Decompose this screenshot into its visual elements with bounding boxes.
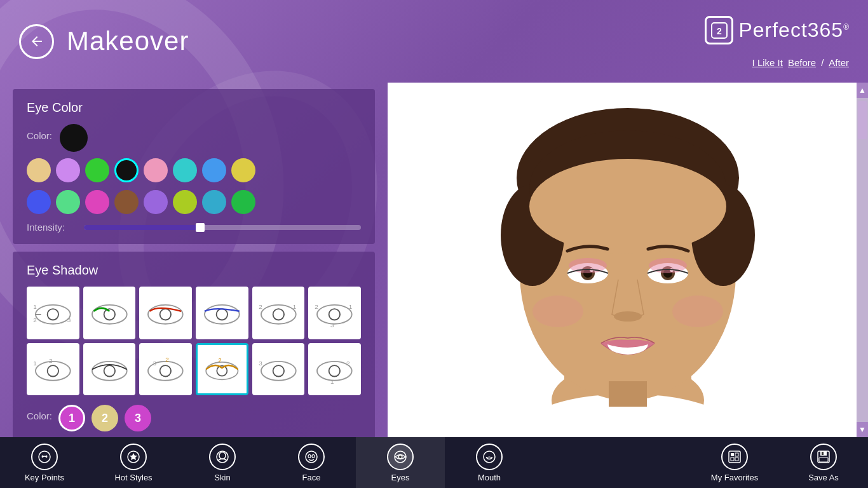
svg-rect-81: [731, 453, 734, 456]
svg-text:2: 2: [346, 360, 350, 367]
shadow-style-9[interactable]: 32: [139, 343, 192, 396]
page-title: Makeover: [67, 26, 189, 57]
shadow-style-3[interactable]: [139, 287, 192, 339]
save-as-icon: [810, 444, 837, 470]
nav-item-hot-styles[interactable]: Hot Styles: [89, 437, 178, 488]
nav-item-eyes[interactable]: Eyes: [356, 437, 445, 488]
nav-item-skin[interactable]: Skin: [178, 437, 267, 488]
color-swatch-c16[interactable]: [231, 190, 255, 214]
svg-rect-84: [735, 458, 738, 461]
svg-text:2: 2: [259, 303, 262, 310]
nav-label-save-as: Save As: [808, 473, 839, 482]
color-swatch-c1[interactable]: [27, 158, 51, 182]
nav-item-face[interactable]: Face: [267, 437, 356, 488]
svg-text:1: 1: [349, 303, 353, 310]
nav-item-key-points[interactable]: Key Points: [0, 437, 89, 488]
shadow-style-grid: 132 21 213 12: [27, 287, 361, 395]
color-slot-2[interactable]: 2: [92, 405, 118, 431]
svg-text:1: 1: [292, 303, 296, 310]
shadow-style-4[interactable]: [196, 287, 248, 339]
svg-rect-66: [609, 381, 647, 407]
i-like-it-link[interactable]: I Like It: [752, 57, 783, 68]
color-swatch-c15[interactable]: [202, 190, 226, 214]
svg-text:2: 2: [315, 303, 319, 310]
svg-point-23: [36, 362, 71, 381]
nav-item-my-favorites[interactable]: My Favorites: [690, 437, 779, 488]
shadow-style-6[interactable]: 213: [308, 287, 361, 339]
photo-panel: ▲ ▼: [388, 83, 868, 437]
svg-point-19: [329, 309, 340, 320]
svg-point-69: [46, 455, 48, 457]
color-swatch-c9[interactable]: [27, 190, 51, 214]
svg-rect-88: [819, 458, 828, 462]
svg-text:1: 1: [33, 360, 37, 367]
slider-thumb[interactable]: [196, 223, 205, 232]
shadow-style-2[interactable]: [83, 287, 136, 339]
intensity-slider[interactable]: [84, 225, 361, 230]
svg-text:2: 2: [166, 356, 170, 363]
nav-label-key-points: Key Points: [25, 473, 64, 482]
logo-text: Perfect365: [738, 18, 843, 42]
svg-point-72: [219, 452, 226, 459]
svg-point-28: [104, 365, 114, 376]
shadow-style-10[interactable]: 2: [196, 343, 248, 396]
color-swatch-c10[interactable]: [56, 190, 80, 214]
svg-point-11: [160, 309, 171, 320]
nav-item-mouth[interactable]: Mouth: [445, 437, 534, 488]
svg-point-14: [261, 305, 296, 324]
shadow-style-11[interactable]: 3: [252, 343, 305, 396]
face-photo-area: [388, 83, 868, 437]
scroll-thumb[interactable]: [858, 101, 867, 139]
scroll-track: [857, 98, 868, 422]
svg-point-18: [317, 305, 352, 324]
svg-point-40: [329, 365, 340, 376]
color-slot-1[interactable]: 1: [58, 405, 85, 431]
svg-text:2: 2: [49, 357, 53, 364]
color-swatch-c5[interactable]: [144, 158, 168, 182]
shadow-color-selector: Color: 1 2 3: [27, 405, 361, 431]
shadow-style-8[interactable]: [83, 343, 136, 396]
eye-shadow-card: Eye Shadow 132 21 213: [13, 252, 375, 437]
color-swatch-c8[interactable]: [231, 158, 255, 182]
svg-rect-82: [735, 453, 738, 456]
color-swatch-c4[interactable]: [114, 158, 139, 182]
svg-point-63: [614, 311, 642, 322]
before-after-controls: I Like It Before / After: [752, 57, 849, 68]
eyes-icon: [387, 444, 414, 470]
separator: /: [821, 57, 824, 68]
color-swatch-c11[interactable]: [85, 190, 109, 214]
svg-point-12: [205, 305, 240, 324]
key-points-icon: [31, 444, 58, 470]
svg-rect-83: [731, 458, 734, 461]
scrollbar[interactable]: ▲ ▼: [857, 83, 868, 437]
svg-text:2: 2: [717, 26, 722, 36]
scroll-up[interactable]: ▲: [857, 83, 868, 98]
svg-point-52: [529, 159, 726, 254]
after-link[interactable]: After: [829, 57, 849, 68]
scroll-down[interactable]: ▼: [857, 422, 868, 437]
shadow-style-7[interactable]: 12: [27, 343, 79, 396]
svg-text:2: 2: [33, 316, 37, 323]
bottom-navigation: Key Points Hot Styles Skin: [0, 437, 868, 488]
nav-label-mouth: Mouth: [478, 473, 501, 482]
shadow-style-1[interactable]: 132: [27, 287, 79, 339]
color-swatch-c7[interactable]: [202, 158, 226, 182]
nav-label-skin: Skin: [214, 473, 230, 482]
eye-color-card: Eye Color Color:: [13, 89, 375, 244]
color-swatch-c6[interactable]: [173, 158, 197, 182]
color-slot-3[interactable]: 3: [125, 405, 151, 431]
nav-item-save-as[interactable]: Save As: [779, 437, 868, 488]
svg-text:3: 3: [67, 316, 71, 323]
color-swatch-c12[interactable]: [114, 190, 139, 214]
before-link[interactable]: Before: [788, 57, 816, 68]
shadow-style-5[interactable]: 21: [252, 287, 305, 339]
svg-point-78: [399, 456, 402, 458]
color-swatch-c14[interactable]: [173, 190, 197, 214]
color-swatch-c13[interactable]: [144, 190, 168, 214]
svg-text:3: 3: [153, 360, 157, 367]
color-swatch-c2[interactable]: [56, 158, 80, 182]
color-label: Color:: [27, 130, 52, 141]
color-swatch-c3[interactable]: [85, 158, 109, 182]
shadow-style-12[interactable]: 21: [308, 343, 361, 396]
back-button[interactable]: [19, 24, 54, 59]
